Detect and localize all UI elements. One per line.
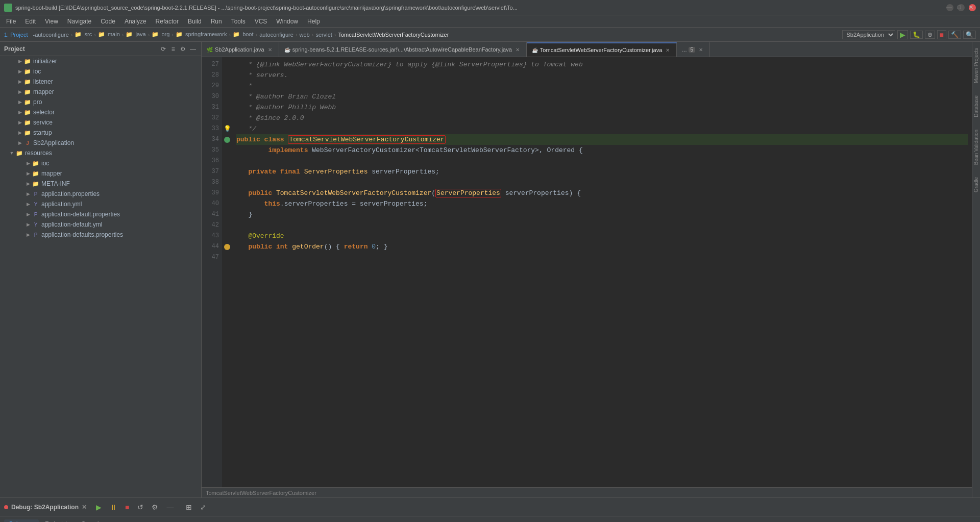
gradle-panel-button[interactable]: Gradle xyxy=(972,173,980,196)
breadcrumb-item-2[interactable]: 📁 main xyxy=(98,31,120,38)
breadcrumb-item-4[interactable]: 📁 org xyxy=(152,31,169,38)
tree-item-mapper[interactable]: ▶📁mapper xyxy=(0,87,201,97)
console-tab[interactable]: Console xyxy=(76,519,107,523)
kw-public39: public xyxy=(248,189,276,197)
tab-0[interactable]: 🌿Sb2Application.java✕ xyxy=(202,42,279,57)
tab-close-2[interactable]: ✕ xyxy=(664,46,671,54)
database-panel-button[interactable]: Database xyxy=(972,91,980,121)
tab-count-3: 5 xyxy=(689,47,696,53)
tree-item-app-default-props[interactable]: ▶Papplication-default.properties xyxy=(0,209,201,219)
tree-item-startup[interactable]: ▶📁startup xyxy=(0,128,201,138)
breadcrumb-item-3[interactable]: 📁 java xyxy=(126,31,145,38)
breadcrumb-item-9[interactable]: servlet xyxy=(315,32,332,38)
tree-item-ioc[interactable]: ▶📁ioc xyxy=(0,66,201,77)
tree-item-selector[interactable]: ▶📁selector xyxy=(0,107,201,117)
breadcrumb-item-7[interactable]: autoconfigure xyxy=(259,32,293,38)
tab-1[interactable]: ☕spring-beans-5.2.1.RELEASE-sources.jar!… xyxy=(279,42,527,57)
breadcrumb-sep: › xyxy=(122,32,124,38)
code-content[interactable]: * {@link WebServerFactoryCustomizer} to … xyxy=(232,57,972,487)
tree-item-app-default-yml[interactable]: ▶Yapplication-default.yml xyxy=(0,219,201,230)
breadcrumb-item-5[interactable]: 📁 springframework xyxy=(176,31,227,38)
debug-run-button[interactable]: 🐛 xyxy=(910,31,923,39)
stop-button[interactable]: ■ xyxy=(122,502,132,512)
menu-item-file[interactable]: File xyxy=(2,17,20,26)
breadcrumb-item-8[interactable]: web xyxy=(300,32,310,38)
tree-arrow-ioc2: ▶ xyxy=(24,160,32,167)
settings-button[interactable]: ⚙ xyxy=(179,45,187,53)
tree-item-resources[interactable]: ▼📁resources xyxy=(0,148,201,158)
run-button[interactable]: ▶ xyxy=(897,30,908,39)
breadcrumb-item-10[interactable]: TomcatServletWebServerFactoryCustomizer xyxy=(338,32,449,38)
menu-item-navigate[interactable]: Navigate xyxy=(63,17,95,26)
debugger-tab[interactable]: Debugger xyxy=(4,519,39,523)
tab-icon-0: 🌿 xyxy=(207,47,213,53)
pause-button[interactable]: ⏸ xyxy=(107,502,120,512)
debug-settings-button[interactable]: ⚙ xyxy=(149,502,161,512)
breadcrumb-item-6[interactable]: 📁 boot xyxy=(233,31,253,38)
tree-item-mapper2[interactable]: ▶📁mapper xyxy=(0,168,201,179)
tree-item-ioc2[interactable]: ▶📁ioc xyxy=(0,158,201,168)
menu-item-tools[interactable]: Tools xyxy=(227,17,250,26)
tree-item-Sb2Application[interactable]: ▶JSb2Application xyxy=(0,138,201,148)
breadcrumb-item-1[interactable]: 📁 src xyxy=(75,31,92,38)
maximize-button[interactable]: □ xyxy=(958,4,965,11)
menu-item-run[interactable]: Run xyxy=(207,17,226,26)
tree-item-app-props[interactable]: ▶Papplication.properties xyxy=(0,189,201,199)
bulb-icon[interactable]: 💡 xyxy=(224,125,231,133)
tree-item-listener[interactable]: ▶📁listener xyxy=(0,77,201,87)
menu-item-code[interactable]: Code xyxy=(96,17,119,26)
line-number-41: 41 xyxy=(202,209,219,220)
tree-item-service[interactable]: ▶📁service xyxy=(0,117,201,128)
maven-panel-button[interactable]: Maven Projects xyxy=(972,44,980,87)
tab-close-1[interactable]: ✕ xyxy=(514,46,521,53)
minimize-debug-button[interactable]: — xyxy=(163,502,177,512)
run-config-select[interactable]: Sb2Application xyxy=(842,30,895,39)
resume-button[interactable]: ▶ xyxy=(93,502,105,512)
menu-item-build[interactable]: Build xyxy=(184,17,206,26)
tree-item-app-defaults-props[interactable]: ▶Papplication-defaults.properties xyxy=(0,230,201,240)
minimize-button[interactable]: — xyxy=(946,4,953,11)
restore-button[interactable]: ⤢ xyxy=(197,502,209,512)
endpoints-tab[interactable]: Endpoints xyxy=(40,519,75,523)
code-line-36 xyxy=(236,156,968,166)
breakpoint-icon xyxy=(224,137,230,143)
tree-item-META-INF[interactable]: ▶📁META-INF xyxy=(0,179,201,189)
kw-return: return xyxy=(344,243,372,251)
coverage-button[interactable]: ⊕ xyxy=(925,31,935,39)
search-all-button[interactable]: 🔍 xyxy=(963,31,976,39)
rerun-button[interactable]: ↺ xyxy=(134,502,146,512)
tab-close-3[interactable]: ✕ xyxy=(697,46,704,53)
sidebar-controls: ⟳ ≡ ⚙ — xyxy=(159,45,197,53)
menu-item-view[interactable]: View xyxy=(41,17,62,26)
stop-run-button[interactable]: ■ xyxy=(937,30,946,39)
build-project-button[interactable]: 🔨 xyxy=(948,31,961,39)
tree-item-app-yml[interactable]: ▶Yapplication.yml xyxy=(0,199,201,209)
tree-item-initializer[interactable]: ▶📁initializer xyxy=(0,56,201,66)
gutter-34 xyxy=(222,134,232,145)
menu-item-window[interactable]: Window xyxy=(272,17,302,26)
menu-item-edit[interactable]: Edit xyxy=(21,17,40,26)
gutter: 💡 xyxy=(222,57,232,487)
menu-item-vcs[interactable]: VCS xyxy=(251,17,272,26)
tab-3[interactable]: ... 5✕ xyxy=(677,42,710,57)
close-button[interactable]: ✕ xyxy=(969,4,976,11)
current-line-icon xyxy=(224,244,230,250)
project-panel-crumb[interactable]: 1: Project xyxy=(4,32,28,38)
debug-close-icon[interactable]: ✕ xyxy=(82,504,87,511)
this-assign: .serverProperties = serverProperties; xyxy=(280,200,428,208)
tab-2[interactable]: ☕TomcatServletWebServerFactoryCustomizer… xyxy=(527,42,677,57)
menu-item-help[interactable]: Help xyxy=(303,17,324,26)
tree-arrow-selector: ▶ xyxy=(16,109,23,116)
minimize-panel-button[interactable]: — xyxy=(189,45,197,53)
menu-item-analyze[interactable]: Analyze xyxy=(120,17,151,26)
tab-close-0[interactable]: ✕ xyxy=(266,46,274,53)
code-editor[interactable]: 27282930313233343536373839404142434447 💡… xyxy=(202,57,972,487)
tree-item-pro[interactable]: ▶📁pro xyxy=(0,97,201,107)
spring-panel-button[interactable]: Bean Validation xyxy=(972,126,980,169)
tree-arrow-app-default-yml: ▶ xyxy=(24,221,32,228)
sync-button[interactable]: ⟳ xyxy=(159,45,167,53)
right-panels: Maven Projects Database Bean Validation … xyxy=(972,42,980,498)
collapse-button[interactable]: ≡ xyxy=(169,45,177,53)
layout-button[interactable]: ⊞ xyxy=(183,502,195,512)
menu-item-refactor[interactable]: Refactor xyxy=(152,17,183,26)
